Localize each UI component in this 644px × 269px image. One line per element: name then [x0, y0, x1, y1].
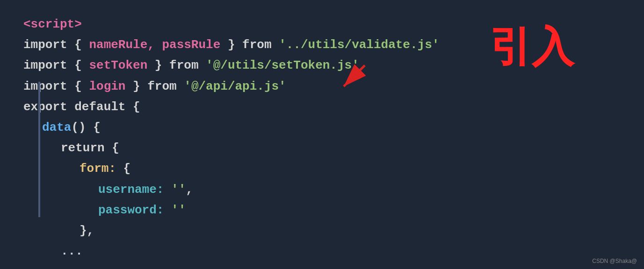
code-token: username:: [98, 179, 164, 200]
code-token: [164, 200, 171, 220]
code-token: nameRule, passRule: [89, 35, 220, 55]
code-token: data: [42, 117, 71, 138]
watermark: CSDN @Shaka@: [592, 258, 637, 264]
code-token: '@/api/api.js': [184, 76, 286, 97]
code-line-10: password: '': [23, 200, 621, 220]
code-token: '@/utils/setToken.js': [206, 55, 359, 76]
code-line-11: },: [23, 220, 621, 241]
code-line-5: export default {: [23, 97, 621, 117]
code-token: '../utils/validate.js': [279, 35, 439, 55]
code-line-12: ...: [23, 241, 621, 262]
code-token: setToken: [89, 55, 147, 76]
code-token: ...: [61, 241, 83, 262]
code-token: import: [23, 55, 74, 76]
annotation-arrow: [337, 61, 374, 98]
code-token: }: [125, 76, 147, 97]
code-token: import: [23, 35, 74, 55]
code-token: }: [220, 35, 242, 55]
annotation-block: 引入: [490, 26, 574, 68]
code-token: },: [80, 220, 94, 241]
code-line-7: return {: [23, 138, 621, 158]
code-token: return {: [61, 138, 119, 158]
code-line-9: username: '' ,: [23, 179, 621, 200]
code-token: <script>: [23, 14, 82, 35]
code-token: from: [242, 35, 279, 55]
indent-guide: [38, 82, 40, 217]
svg-line-1: [344, 65, 365, 86]
code-token: login: [89, 76, 125, 97]
code-token: password:: [98, 200, 164, 220]
code-token: {: [74, 55, 89, 76]
code-token: ,: [186, 179, 193, 200]
code-token: export default {: [23, 97, 140, 117]
code-token: from: [169, 55, 206, 76]
code-token: () {: [71, 117, 100, 138]
annotation-label: 引入: [490, 26, 574, 68]
code-token: {: [74, 35, 89, 55]
code-line-6: data () {: [23, 117, 621, 138]
code-line-4: import { login } from '@/api/api.js': [23, 76, 621, 97]
code-token: form:: [80, 158, 116, 179]
code-token: {: [74, 76, 89, 97]
code-token: '': [171, 200, 186, 220]
code-token: import: [23, 76, 74, 97]
code-token: from: [147, 76, 184, 97]
code-token: '': [171, 179, 186, 200]
code-token: [164, 179, 171, 200]
code-token: {: [116, 158, 130, 179]
code-line-8: form: {: [23, 158, 621, 179]
code-token: }: [147, 55, 169, 76]
